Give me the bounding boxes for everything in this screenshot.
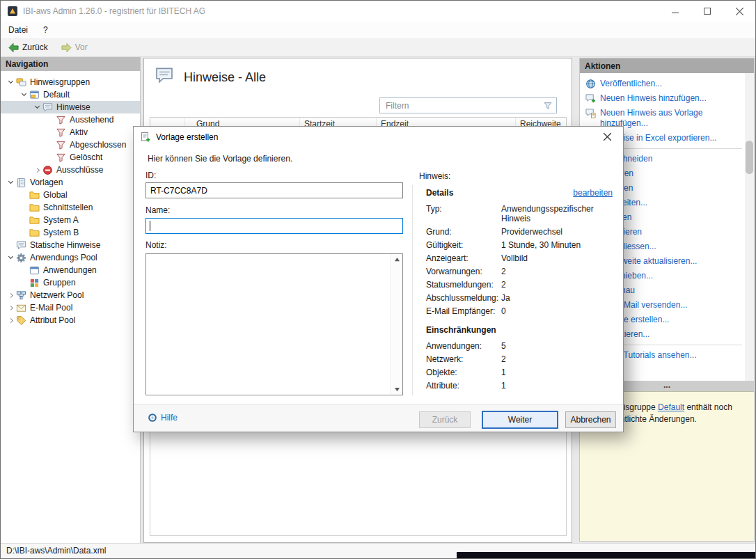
title-bar: IBI-aws Admin 1.26.0 - registriert für I… [1, 1, 755, 22]
expander-icon[interactable] [6, 319, 15, 322]
menu-help[interactable]: ? [36, 22, 56, 38]
close-button[interactable] [723, 1, 755, 22]
action-publish[interactable]: Veröffentlichen... [580, 77, 745, 91]
tree-item-gruppen[interactable]: Gruppen [1, 276, 140, 289]
dialog-footer: Hilfe Zurück Weiter Abbrechen [134, 404, 623, 432]
back-label: Zurück [22, 42, 48, 52]
tree-item-default[interactable]: Default [1, 88, 140, 101]
tree-label: Vorlagen [30, 178, 63, 187]
expander-icon[interactable] [6, 182, 15, 183]
tree-item-attribut-pool[interactable]: Attribut Pool [1, 314, 140, 326]
tree-item-vorlagen[interactable]: Vorlagen [1, 176, 140, 189]
tree-item-netzwerk-pool[interactable]: Netzwerk Pool [1, 289, 140, 301]
new-template-icon [140, 132, 151, 143]
scrollbar-thumb[interactable] [746, 141, 753, 174]
filter-input[interactable] [380, 98, 543, 113]
abbrechen-button[interactable]: Abbrechen [565, 411, 616, 428]
tree-label: Statische Hinweise [30, 240, 100, 250]
notiz-label: Notiz: [145, 240, 167, 250]
menu-bar: Datei ? [1, 22, 755, 38]
action-label: Neuen Hinweis hinzufügen... [600, 93, 707, 104]
restrictions-header: Einschränkungen [426, 325, 613, 335]
help-label: Hilfe [161, 413, 178, 423]
tree-item-aktiv[interactable]: Aktiv [1, 126, 140, 139]
notiz-box [145, 253, 403, 395]
restriction-label: Anwendungen: [426, 341, 501, 351]
tree-item-email-pool[interactable]: E-Mail Pool [1, 301, 140, 314]
back-arrow-icon [8, 42, 19, 53]
detail-row: Abschlussmeldung:Ja [426, 293, 613, 303]
tree-label: Abgeschlossen [70, 140, 126, 150]
id-field[interactable] [145, 182, 403, 198]
actions-scrollbar[interactable] [745, 73, 754, 381]
notiz-field[interactable] [146, 254, 391, 395]
name-field[interactable] [145, 218, 403, 234]
filter-funnel-icon [56, 127, 66, 138]
weiter-button[interactable]: Weiter [482, 411, 558, 429]
restriction-value: 1 [501, 368, 613, 377]
zurueck-button: Zurück [419, 411, 471, 428]
restriction-label: Objekte: [426, 368, 501, 377]
groups-icon [29, 278, 40, 288]
detail-value: Providerwechsel [501, 227, 613, 237]
tree-item-anwendungs-pool[interactable]: Anwendungs Pool [1, 251, 140, 264]
detail-value: 2 [501, 280, 613, 290]
tree-label: Default [43, 90, 70, 100]
filter-funnel-icon [56, 115, 66, 125]
help-link[interactable]: Hilfe [148, 413, 178, 423]
detail-row: Gültigkeit:1 Stunde, 30 Minuten [426, 240, 613, 250]
gear-icon [16, 253, 26, 263]
folder-icon [29, 215, 40, 226]
default-group-link[interactable]: Default [658, 402, 684, 412]
folder-window-icon [29, 90, 40, 100]
tree-item-system-a[interactable]: System A [1, 214, 140, 226]
filter-funnel-icon [56, 152, 66, 163]
tree-item-abgeschlossen[interactable]: Abgeschlossen [1, 139, 140, 151]
detail-label: E-Mail Empfänger: [426, 306, 501, 316]
restriction-row: Objekte:1 [426, 368, 613, 377]
expander-icon[interactable] [19, 94, 29, 95]
expander-icon[interactable] [6, 257, 15, 258]
scroll-down-icon[interactable] [394, 387, 400, 392]
tree-item-hinweise[interactable]: Hinweise [1, 101, 140, 113]
page-title: Hinweise - Alle [184, 70, 266, 85]
navigation-panel: Navigation Hinweisgruppen Default Hinwei… [1, 57, 141, 543]
tree-item-system-b[interactable]: System B [1, 226, 140, 239]
tree-item-statische-hinweise[interactable]: Statische Hinweise [1, 239, 140, 251]
tree-label: Hinweise [56, 102, 90, 112]
filter-funnel-icon [543, 101, 553, 111]
bearbeiten-link[interactable]: bearbeiten [573, 188, 613, 198]
menu-datei[interactable]: Datei [1, 22, 36, 38]
exclusion-ban-icon [42, 165, 53, 175]
expander-icon[interactable] [6, 306, 15, 310]
tree-item-hinweisgruppen[interactable]: Hinweisgruppen [1, 76, 140, 88]
tree-item-ausstehend[interactable]: Ausstehend [1, 113, 140, 126]
scroll-up-icon[interactable] [394, 257, 400, 262]
forward-button[interactable]: Vor [58, 41, 90, 54]
expander-icon[interactable] [32, 107, 42, 108]
mail-icon [16, 303, 26, 313]
detail-row: Statusmeldungen:2 [426, 280, 613, 290]
tree-item-anwendungen[interactable]: Anwendungen [1, 264, 140, 276]
expander-icon[interactable] [32, 168, 42, 172]
tree-item-schnittstellen[interactable]: Schnittstellen [1, 201, 140, 214]
back-button[interactable]: Zurück [5, 41, 51, 54]
detail-label: Anzeigeart: [426, 253, 501, 263]
tree-item-ausschluesse[interactable]: Ausschlüsse [1, 164, 140, 176]
expander-icon[interactable] [6, 294, 15, 297]
tree-item-global[interactable]: Global [1, 189, 140, 201]
filter-box [379, 97, 557, 113]
restriction-value: 2 [501, 354, 613, 364]
maximize-button[interactable] [691, 1, 723, 22]
restriction-value: 5 [501, 341, 613, 351]
expander-icon[interactable] [6, 81, 15, 83]
navigation-header: Navigation [1, 57, 140, 71]
detail-label: Grund: [426, 227, 501, 237]
minimize-button[interactable] [659, 1, 691, 22]
note-bubble-icon [42, 102, 53, 113]
action-add-note[interactable]: Neuen Hinweis hinzufügen... [580, 91, 745, 106]
tree-item-geloescht[interactable]: Gelöscht [1, 151, 140, 164]
notiz-scrollbar[interactable] [391, 254, 402, 395]
dialog-close-button[interactable] [592, 127, 623, 147]
detail-row: E-Mail Empfänger:0 [426, 306, 613, 316]
